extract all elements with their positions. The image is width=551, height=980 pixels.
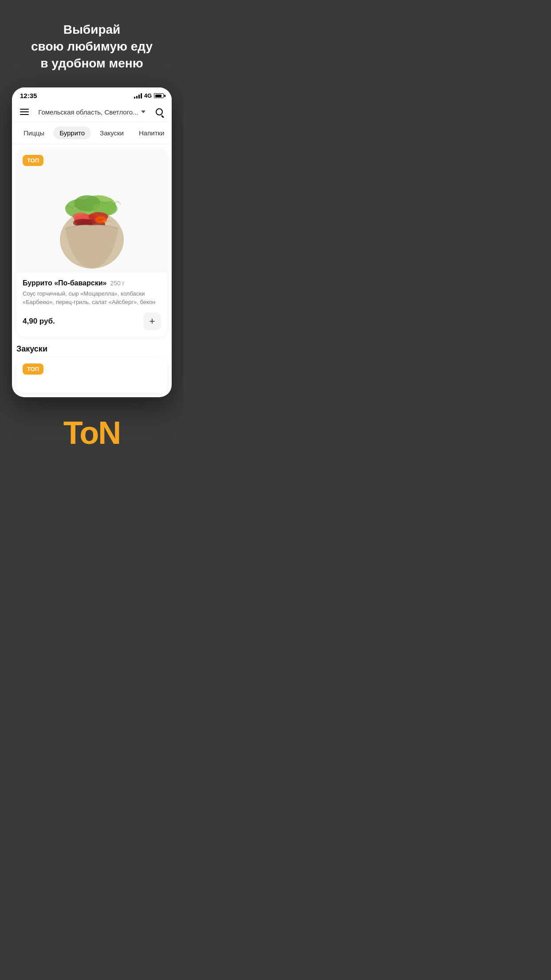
product-name: Буррито «По-баварски» xyxy=(23,279,106,287)
status-time: 12:35 xyxy=(20,92,37,99)
tab-snacks[interactable]: Закуски xyxy=(94,126,130,139)
tab-drinks[interactable]: Напитки xyxy=(133,126,171,139)
tab-pizza[interactable]: Пиццы xyxy=(17,126,51,139)
signal-icon xyxy=(134,93,142,99)
product-description: Соус горчичный, сыр «Моцарелла», колбаск… xyxy=(23,290,161,306)
product-card-burrito: ТОП xyxy=(16,149,167,336)
category-tabs: Пиццы Буррито Закуски Напитки xyxy=(12,122,172,144)
burrito-image xyxy=(39,151,145,271)
top-badge: ТОП xyxy=(23,155,43,166)
product-price: 4,90 руб. xyxy=(23,317,55,326)
location-selector[interactable]: Гомельская область, Светлого... xyxy=(31,108,153,116)
product-card-snack: ТОП xyxy=(16,357,167,393)
battery-icon xyxy=(154,93,164,98)
status-icons: 4G xyxy=(134,92,164,99)
location-label: Гомельская область, Светлого... xyxy=(38,108,138,116)
product-footer: 4,90 руб. + xyxy=(23,312,161,330)
ton-branding-section: ToN xyxy=(0,408,184,462)
plus-icon: + xyxy=(150,316,155,326)
status-bar: 12:35 4G xyxy=(12,87,172,102)
battery-fill xyxy=(155,95,161,97)
second-top-badge: ТОП xyxy=(23,364,43,375)
nav-bar: Гомельская область, Светлого... xyxy=(12,102,172,122)
product-info: Буррито «По-баварски» 250 г Соус горчичн… xyxy=(16,273,167,336)
product-image-container: ТОП xyxy=(16,149,167,273)
hero-line3: в удобном меню xyxy=(40,56,143,70)
search-icon xyxy=(156,108,163,115)
search-button[interactable] xyxy=(153,106,165,118)
tab-burrito[interactable]: Буррито xyxy=(53,126,91,139)
hero-line1: Выбирай xyxy=(63,23,121,36)
hero-line2: свою любимую еду xyxy=(31,40,153,53)
chevron-down-icon xyxy=(141,111,146,113)
snacks-section-heading: Закуски xyxy=(12,336,172,357)
phone-mockup: 12:35 4G Гомельская область, Светлого...… xyxy=(12,87,172,397)
product-title-row: Буррито «По-баварски» 250 г xyxy=(23,279,161,287)
hero-section: Выбирай свою любимую еду в удобном меню xyxy=(0,0,184,87)
add-to-cart-button[interactable]: + xyxy=(143,312,161,330)
menu-button[interactable] xyxy=(18,107,31,117)
ton-logo-text: ToN xyxy=(9,417,175,449)
product-weight: 250 г xyxy=(110,280,124,287)
network-type: 4G xyxy=(144,92,152,99)
